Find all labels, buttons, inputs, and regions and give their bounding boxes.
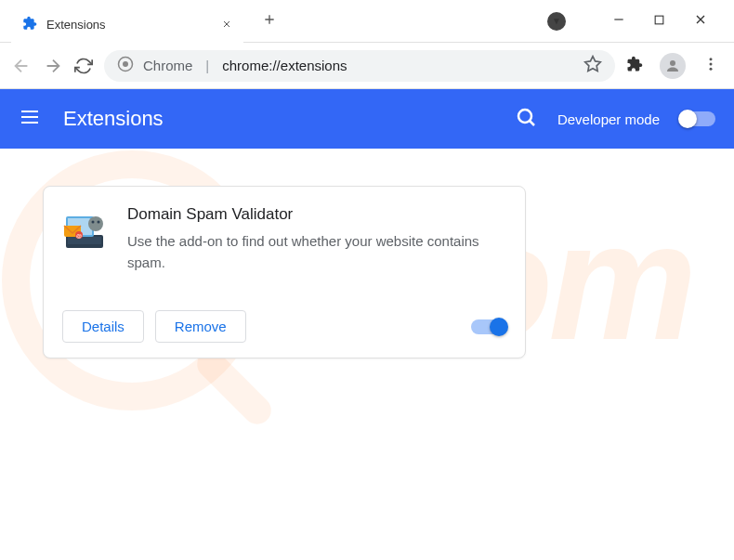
svg-point-4 xyxy=(670,60,675,66)
address-url: chrome://extensions xyxy=(222,58,347,73)
card-actions: Details Remove xyxy=(62,310,506,343)
browser-toolbar: Chrome | chrome://extensions xyxy=(0,43,734,89)
address-prefix: Chrome xyxy=(143,58,192,73)
tab-search-button[interactable]: ▼ xyxy=(547,12,566,31)
tab-close-button[interactable] xyxy=(221,17,232,33)
svg-point-6 xyxy=(710,62,713,65)
svg-marker-3 xyxy=(585,56,601,71)
maximize-button[interactable] xyxy=(653,13,665,30)
svg-point-2 xyxy=(123,61,128,67)
svg-point-7 xyxy=(710,67,713,70)
extension-icon xyxy=(22,16,37,34)
toggle-knob xyxy=(490,318,508,336)
reload-button[interactable] xyxy=(74,57,93,75)
content-area: @ Domain Spam Validator Use the add-on t… xyxy=(0,149,734,396)
svg-rect-0 xyxy=(655,16,663,24)
window-titlebar: Extensions ▼ xyxy=(0,0,734,43)
svg-point-13 xyxy=(88,216,103,231)
kebab-menu-icon[interactable] xyxy=(702,56,719,76)
toggle-knob xyxy=(678,110,697,128)
svg-text:@: @ xyxy=(76,233,82,239)
svg-rect-10 xyxy=(68,237,101,244)
page-title: Extensions xyxy=(63,107,164,131)
extensions-header: Extensions Developer mode xyxy=(0,89,734,149)
bookmark-star-icon[interactable] xyxy=(583,55,602,77)
developer-mode-toggle[interactable] xyxy=(680,111,715,126)
developer-mode-label: Developer mode xyxy=(557,111,660,127)
extension-card: @ Domain Spam Validator Use the add-on t… xyxy=(43,186,526,358)
card-header: @ Domain Spam Validator Use the add-on t… xyxy=(62,205,506,273)
address-separator: | xyxy=(202,58,213,73)
extension-info: Domain Spam Validator Use the add-on to … xyxy=(127,205,506,273)
minimize-button[interactable] xyxy=(612,13,625,30)
hamburger-menu-icon[interactable] xyxy=(19,106,41,132)
chrome-icon xyxy=(117,56,134,76)
address-bar[interactable]: Chrome | chrome://extensions xyxy=(104,50,615,82)
toolbar-right xyxy=(626,53,723,79)
search-icon[interactable] xyxy=(515,106,537,132)
svg-point-5 xyxy=(710,58,713,60)
remove-button[interactable]: Remove xyxy=(155,310,246,343)
new-tab-button[interactable] xyxy=(262,12,277,31)
close-window-button[interactable] xyxy=(693,12,708,31)
extension-description: Use the add-on to find out whether your … xyxy=(127,231,506,273)
profile-avatar[interactable] xyxy=(660,53,686,79)
forward-button[interactable] xyxy=(43,56,63,76)
details-button[interactable]: Details xyxy=(62,310,144,343)
extension-enable-toggle[interactable] xyxy=(471,319,506,334)
svg-point-14 xyxy=(92,221,95,224)
svg-point-8 xyxy=(518,110,531,123)
browser-tab[interactable]: Extensions xyxy=(11,7,243,43)
extensions-puzzle-icon[interactable] xyxy=(626,56,643,76)
extension-name: Domain Spam Validator xyxy=(127,205,506,224)
extension-app-icon: @ xyxy=(62,209,107,254)
window-controls: ▼ xyxy=(547,12,734,31)
back-button[interactable] xyxy=(11,56,32,76)
tab-title: Extensions xyxy=(46,18,212,32)
svg-point-15 xyxy=(98,221,100,224)
header-right: Developer mode xyxy=(515,106,715,132)
